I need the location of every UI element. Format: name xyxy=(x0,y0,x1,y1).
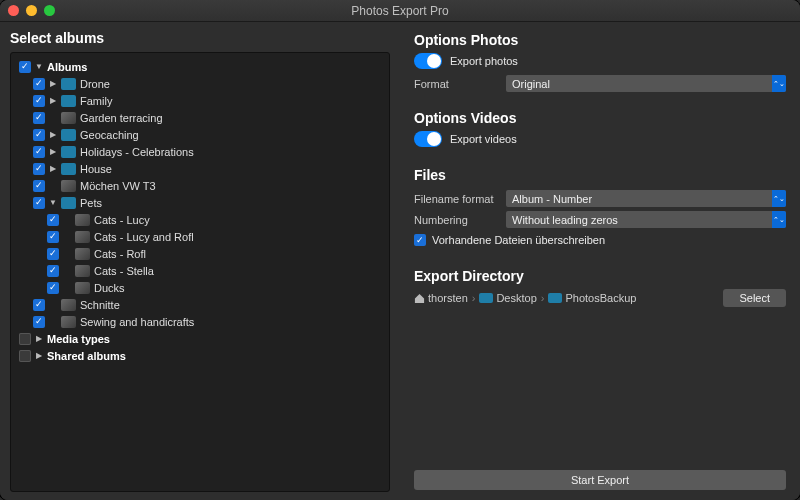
album-checkbox[interactable] xyxy=(47,231,59,243)
home-icon xyxy=(414,293,425,304)
right-panel: Options Photos Export photos Format Orig… xyxy=(400,22,800,500)
album-checkbox[interactable] xyxy=(47,248,59,260)
tree-row[interactable]: ▶Geocaching xyxy=(15,126,385,143)
chevron-right-icon[interactable]: ▶ xyxy=(49,147,57,156)
numbering-value: Without leading zeros xyxy=(512,214,618,226)
chevron-down-icon[interactable]: ▼ xyxy=(49,198,57,207)
album-checkbox[interactable] xyxy=(33,299,45,311)
album-label: Shared albums xyxy=(47,350,126,362)
album-checkbox[interactable] xyxy=(19,333,31,345)
album-checkbox[interactable] xyxy=(33,163,45,175)
album-checkbox[interactable] xyxy=(33,146,45,158)
filename-format-value: Album - Number xyxy=(512,193,592,205)
album-checkbox[interactable] xyxy=(33,129,45,141)
album-tree[interactable]: ▼Albums▶Drone▶Family▶Garden terracing▶Ge… xyxy=(10,52,390,492)
album-label: Geocaching xyxy=(80,129,139,141)
album-checkbox[interactable] xyxy=(33,112,45,124)
tree-row[interactable]: ▶Möchen VW T3 xyxy=(15,177,385,194)
tree-row[interactable]: ▶Shared albums xyxy=(15,347,385,364)
album-checkbox[interactable] xyxy=(47,214,59,226)
filename-format-select[interactable]: Album - Number ⌃⌄ xyxy=(506,190,786,207)
window-controls xyxy=(8,5,55,16)
folder-icon xyxy=(548,293,562,303)
tree-row[interactable]: ▶Cats - Rofl xyxy=(15,245,385,262)
path-seg-2: PhotosBackup xyxy=(565,292,636,304)
album-label: Holidays - Celebrations xyxy=(80,146,194,158)
select-directory-button[interactable]: Select xyxy=(723,289,786,307)
album-checkbox[interactable] xyxy=(33,316,45,328)
tree-row[interactable]: ▼Pets xyxy=(15,194,385,211)
album-thumb-icon xyxy=(75,265,90,277)
chevron-right-icon[interactable]: ▶ xyxy=(35,351,43,360)
overwrite-checkbox[interactable] xyxy=(414,234,426,246)
tree-row[interactable]: ▶Cats - Lucy and Rofl xyxy=(15,228,385,245)
album-checkbox[interactable] xyxy=(33,78,45,90)
format-label: Format xyxy=(414,78,506,90)
album-thumb-icon xyxy=(75,231,90,243)
album-checkbox[interactable] xyxy=(19,350,31,362)
album-thumb-icon xyxy=(75,248,90,260)
chevron-down-icon[interactable]: ▼ xyxy=(35,62,43,71)
album-checkbox[interactable] xyxy=(47,282,59,294)
export-photos-label: Export photos xyxy=(450,55,518,67)
chevron-right-icon: › xyxy=(472,292,476,304)
tree-row[interactable]: ▶Drone xyxy=(15,75,385,92)
close-icon[interactable] xyxy=(8,5,19,16)
folder-icon xyxy=(61,163,76,175)
maximize-icon[interactable] xyxy=(44,5,55,16)
album-checkbox[interactable] xyxy=(19,61,31,73)
path-seg-1: Desktop xyxy=(496,292,536,304)
album-label: Cats - Lucy xyxy=(94,214,150,226)
chevron-right-icon[interactable]: ▶ xyxy=(35,334,43,343)
numbering-select[interactable]: Without leading zeros ⌃⌄ xyxy=(506,211,786,228)
album-label: Sewing and handicrafts xyxy=(80,316,194,328)
chevron-right-icon[interactable]: ▶ xyxy=(49,79,57,88)
tree-row[interactable]: ▶House xyxy=(15,160,385,177)
tree-row[interactable]: ▶Sewing and handicrafts xyxy=(15,313,385,330)
tree-row[interactable]: ▶Family xyxy=(15,92,385,109)
tree-row[interactable]: ▶Cats - Stella xyxy=(15,262,385,279)
left-panel: Select albums ▼Albums▶Drone▶Family▶Garde… xyxy=(0,22,400,500)
tree-row[interactable]: ▼Albums xyxy=(15,58,385,75)
album-checkbox[interactable] xyxy=(33,180,45,192)
album-label: Ducks xyxy=(94,282,125,294)
album-checkbox[interactable] xyxy=(33,95,45,107)
album-label: Schnitte xyxy=(80,299,120,311)
tree-row[interactable]: ▶Media types xyxy=(15,330,385,347)
export-photos-toggle[interactable] xyxy=(414,53,442,69)
format-value: Original xyxy=(512,78,550,90)
tree-row[interactable]: ▶Schnitte xyxy=(15,296,385,313)
chevron-right-icon[interactable]: ▶ xyxy=(49,96,57,105)
export-path[interactable]: thorsten › Desktop › PhotosBackup xyxy=(414,292,715,304)
album-checkbox[interactable] xyxy=(47,265,59,277)
overwrite-label: Vorhandene Dateien überschreiben xyxy=(432,234,605,246)
window-title: Photos Export Pro xyxy=(0,4,800,18)
album-label: Cats - Stella xyxy=(94,265,154,277)
album-checkbox[interactable] xyxy=(33,197,45,209)
options-photos-heading: Options Photos xyxy=(414,32,786,48)
folder-icon xyxy=(479,293,493,303)
album-thumb-icon xyxy=(61,299,76,311)
updown-icon: ⌃⌄ xyxy=(772,211,786,228)
chevron-right-icon[interactable]: ▶ xyxy=(49,164,57,173)
export-videos-toggle[interactable] xyxy=(414,131,442,147)
folder-icon xyxy=(61,146,76,158)
folder-icon xyxy=(61,95,76,107)
album-thumb-icon xyxy=(61,112,76,124)
album-thumb-icon xyxy=(75,282,90,294)
chevron-right-icon: › xyxy=(541,292,545,304)
updown-icon: ⌃⌄ xyxy=(772,190,786,207)
album-label: Drone xyxy=(80,78,110,90)
chevron-right-icon[interactable]: ▶ xyxy=(49,130,57,139)
minimize-icon[interactable] xyxy=(26,5,37,16)
tree-row[interactable]: ▶Garden terracing xyxy=(15,109,385,126)
tree-row[interactable]: ▶Ducks xyxy=(15,279,385,296)
format-select[interactable]: Original ⌃⌄ xyxy=(506,75,786,92)
folder-icon xyxy=(61,197,76,209)
start-export-button[interactable]: Start Export xyxy=(414,470,786,490)
tree-row[interactable]: ▶Holidays - Celebrations xyxy=(15,143,385,160)
album-label: House xyxy=(80,163,112,175)
files-heading: Files xyxy=(414,167,786,183)
album-label: Pets xyxy=(80,197,102,209)
tree-row[interactable]: ▶Cats - Lucy xyxy=(15,211,385,228)
